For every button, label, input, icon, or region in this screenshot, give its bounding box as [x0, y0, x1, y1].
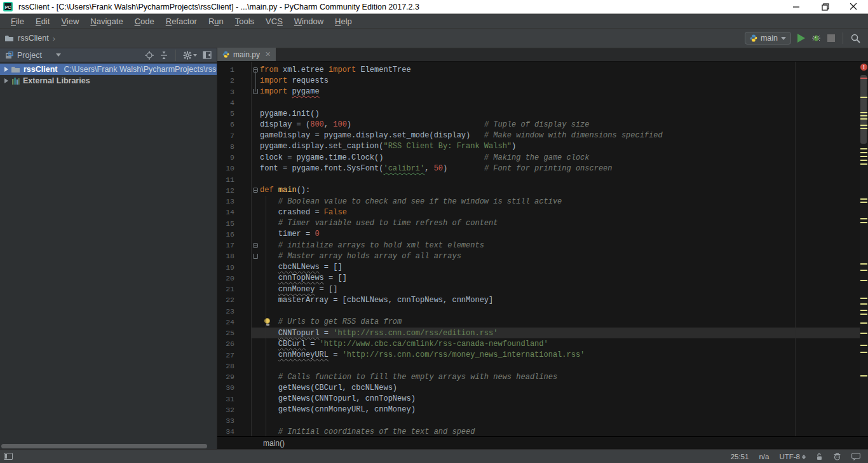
- code-line-5[interactable]: 5pygame.init(): [217, 108, 860, 119]
- stripe-warning-mark[interactable]: [860, 152, 867, 153]
- breadcrumb-project-name[interactable]: rssClient: [18, 34, 49, 43]
- line-number[interactable]: 17: [217, 241, 251, 249]
- line-number[interactable]: 6: [217, 120, 251, 128]
- code-line-1[interactable]: 1from xml.etree import ElementTree: [217, 64, 860, 75]
- line-number[interactable]: 30: [217, 384, 251, 392]
- code-line-19[interactable]: 19 cbcNLNews = []: [217, 262, 860, 273]
- code-line-27[interactable]: 27 cnnMoneyURL = 'http://rss.cnn.com/rss…: [217, 350, 860, 361]
- code-line-8[interactable]: 8pygame.display.set_caption("RSS Client …: [217, 141, 860, 152]
- menu-refactor[interactable]: Refactor: [160, 15, 203, 27]
- line-number[interactable]: 10: [217, 164, 251, 172]
- stripe-warning-mark[interactable]: [860, 148, 867, 149]
- line-number[interactable]: 8: [217, 142, 251, 151]
- code-line-7[interactable]: 7gameDisplay = pygame.display.set_mode(d…: [217, 130, 860, 141]
- stripe-warning-mark[interactable]: [860, 128, 867, 129]
- line-number[interactable]: 3: [217, 88, 251, 96]
- code-line-18[interactable]: 18 # Master array holds array of all arr…: [217, 251, 860, 261]
- code-line-23[interactable]: 23: [217, 306, 860, 317]
- menu-window[interactable]: Window: [288, 15, 329, 27]
- line-number[interactable]: 23: [217, 307, 251, 315]
- code-line-29[interactable]: 29 # Calls function to fill the empty ar…: [217, 371, 860, 382]
- stripe-warning-mark[interactable]: [860, 202, 867, 203]
- menu-help[interactable]: Help: [329, 15, 358, 27]
- tab-main-py[interactable]: main.py ✕: [217, 48, 276, 61]
- hide-panel-icon[interactable]: [203, 51, 212, 59]
- stripe-warning-mark[interactable]: [860, 218, 867, 219]
- search-icon[interactable]: [851, 34, 860, 43]
- inspections-hector-icon[interactable]: [833, 453, 841, 460]
- stripe-warning-mark[interactable]: [860, 352, 867, 353]
- locate-file-icon[interactable]: [145, 51, 154, 60]
- tree-item-rssclient[interactable]: rssClientC:\Users\Frank Walsh\PycharmPro…: [0, 64, 217, 75]
- code-line-31[interactable]: 31 getNews(CNNTopurl, cnnTopNews): [217, 394, 860, 404]
- stripe-warning-mark[interactable]: [860, 303, 867, 305]
- file-encoding[interactable]: UTF-8: [779, 453, 806, 460]
- stripe-warning-mark[interactable]: [860, 125, 867, 126]
- tree-item-external-libraries[interactable]: External Libraries: [0, 75, 217, 86]
- line-number[interactable]: 1: [217, 66, 251, 74]
- menu-code[interactable]: Code: [129, 15, 160, 27]
- project-panel-hscrollbar[interactable]: [1, 444, 207, 448]
- close-button[interactable]: [839, 0, 868, 13]
- code-line-30[interactable]: 30 getNews(CBCurl, cbcNLNews): [217, 382, 860, 393]
- line-number[interactable]: 24: [217, 318, 251, 326]
- code-line-32[interactable]: 32 getNews(cnnMoneyURL, cnnMoney): [217, 404, 860, 415]
- line-number[interactable]: 11: [217, 176, 251, 184]
- stripe-warning-mark[interactable]: [860, 270, 867, 271]
- line-number[interactable]: 12: [217, 186, 251, 195]
- code-line-22[interactable]: 22 masterArray = [cbcNLNews, cnnTopNews,…: [217, 294, 860, 305]
- line-number[interactable]: 13: [217, 197, 251, 205]
- code-line-33[interactable]: 33: [217, 415, 860, 426]
- settings-gear-icon[interactable]: [183, 51, 197, 60]
- stripe-error-mark[interactable]: [860, 78, 867, 79]
- line-number[interactable]: 2: [217, 76, 251, 85]
- line-number[interactable]: 21: [217, 285, 251, 293]
- menu-view[interactable]: View: [55, 15, 85, 27]
- code-line-26[interactable]: 26 CBCurl = 'http://www.cbc.ca/cmlink/rs…: [217, 338, 860, 349]
- line-number[interactable]: 28: [217, 362, 251, 370]
- stripe-warning-mark[interactable]: [860, 263, 867, 265]
- code-line-15[interactable]: 15 # Timer variable used to time refresh…: [217, 218, 860, 229]
- line-number[interactable]: 26: [217, 340, 251, 348]
- restore-button[interactable]: [811, 0, 839, 13]
- collapse-all-icon[interactable]: [159, 51, 168, 60]
- code-line-21[interactable]: 21 cnnMoney = []: [217, 284, 860, 294]
- caret-position[interactable]: 25:51: [731, 453, 749, 460]
- line-number[interactable]: 7: [217, 132, 251, 140]
- stripe-warning-mark[interactable]: [860, 156, 867, 157]
- lock-icon[interactable]: [816, 453, 823, 460]
- line-number[interactable]: 27: [217, 351, 251, 359]
- menu-tools[interactable]: Tools: [229, 15, 260, 27]
- line-number[interactable]: 9: [217, 153, 251, 162]
- line-number[interactable]: 19: [217, 263, 251, 272]
- stripe-warning-mark[interactable]: [860, 298, 867, 299]
- stripe-warning-mark[interactable]: [860, 222, 867, 223]
- line-number[interactable]: 25: [217, 329, 251, 337]
- code-line-11[interactable]: 11: [217, 174, 860, 185]
- code-line-3[interactable]: 3import pygame: [217, 86, 860, 97]
- code-line-14[interactable]: 14 crashed = False: [217, 207, 860, 218]
- breadcrumb-function[interactable]: main(): [263, 439, 285, 448]
- fold-marker-icon[interactable]: [253, 188, 258, 193]
- stripe-warning-mark[interactable]: [860, 160, 867, 161]
- code-line-12[interactable]: 12def main():: [217, 185, 860, 196]
- code-line-25[interactable]: 25 CNNTopurl = 'http://rss.cnn.com/rss/e…: [217, 328, 860, 338]
- line-number[interactable]: 32: [217, 406, 251, 414]
- run-button[interactable]: [797, 34, 805, 43]
- code-line-4[interactable]: 4: [217, 97, 860, 108]
- code-line-6[interactable]: 6display = (800, 100) # Tuple of display…: [217, 119, 860, 130]
- menu-vcs[interactable]: VCS: [260, 15, 288, 27]
- navigation-breadcrumb[interactable]: rssClient ›: [0, 34, 55, 43]
- line-number[interactable]: 34: [217, 427, 251, 436]
- menu-edit[interactable]: Edit: [30, 15, 55, 27]
- code-editor[interactable]: 1from xml.etree import ElementTree2impor…: [217, 62, 860, 436]
- stripe-warning-mark[interactable]: [860, 322, 867, 324]
- menu-run[interactable]: Run: [203, 15, 229, 27]
- menu-file[interactable]: File: [5, 15, 30, 27]
- code-line-24[interactable]: 24 # Urls to get RSS data from: [217, 317, 860, 328]
- run-configuration-select[interactable]: main: [745, 32, 791, 45]
- stripe-warning-mark[interactable]: [860, 118, 867, 120]
- code-line-9[interactable]: 9clock = pygame.time.Clock() # Making th…: [217, 152, 860, 163]
- code-line-34[interactable]: 34 # Initial coordinates of the text and…: [217, 426, 860, 436]
- line-number[interactable]: 5: [217, 109, 251, 118]
